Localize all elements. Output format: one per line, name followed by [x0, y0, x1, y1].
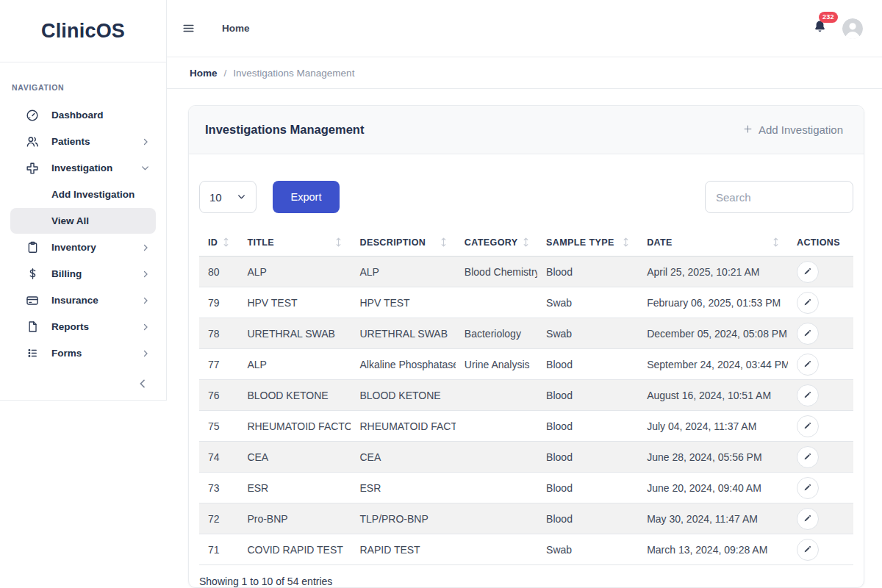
table-row: 72Pro-BNPTLP/PRO-BNPBloodMay 30, 2024, 1… [199, 503, 853, 534]
sidebar-item-insurance[interactable]: Insurance [10, 287, 156, 313]
app-root: ClinicOS NAVIGATION DashboardPatientsInv… [0, 0, 882, 588]
chevron-down-icon [140, 163, 150, 173]
topbar-right: 232 [812, 18, 863, 39]
page-size-select[interactable]: 10 [199, 181, 257, 213]
sidebar-item-add-investigation[interactable]: Add Investigation [10, 182, 156, 207]
edit-button[interactable] [797, 415, 819, 437]
add-investigation-label: Add Investigation [759, 123, 843, 136]
sidebar-item-dashboard[interactable]: Dashboard [10, 102, 156, 128]
cell-date: July 04, 2024, 11:37 AM [638, 411, 788, 442]
column-header-date[interactable]: DATE [638, 231, 788, 257]
edit-button[interactable] [797, 384, 819, 406]
table-row: 76BLOOD KETONEBLOOD KETONEBloodAugust 16… [199, 380, 853, 411]
chevron-right-icon [141, 137, 150, 146]
sidebar-item-label: Billing [51, 268, 141, 279]
app-logo: ClinicOS [41, 20, 125, 43]
entries-status: Showing 1 to 10 of 54 entries [199, 576, 853, 587]
table-row: 74CEACEABloodJune 28, 2024, 05:56 PM [199, 442, 853, 473]
cell-title: CEA [238, 442, 351, 473]
cell-category [456, 534, 537, 565]
edit-pencil-icon [803, 267, 812, 276]
patients-icon [25, 135, 40, 149]
sidebar-item-billing[interactable]: Billing [10, 261, 156, 287]
column-label: ID [208, 237, 218, 248]
table-body: 80ALPALPBlood ChemistryBloodApril 25, 20… [199, 257, 853, 565]
edit-pencil-icon [803, 545, 812, 554]
cell-date: May 30, 2024, 11:47 AM [638, 503, 788, 534]
cell-id: 72 [199, 503, 238, 534]
search-input[interactable] [705, 181, 853, 213]
chevron-right-icon [141, 270, 150, 279]
cell-date: February 06, 2025, 01:53 PM [638, 287, 788, 318]
investigations-table-wrap: IDTITLEDESCRIPTIONCATEGORYSAMPLE TYPEDAT… [199, 231, 853, 565]
column-header-title[interactable]: TITLE [238, 231, 351, 257]
cell-description: Alkaline Phosphatase [351, 349, 455, 380]
edit-button[interactable] [797, 539, 819, 561]
sort-icon [440, 237, 447, 248]
sidebar-item-patients[interactable]: Patients [10, 129, 156, 154]
cell-category [456, 411, 537, 442]
column-header-id[interactable]: ID [199, 231, 238, 257]
insurance-icon [25, 293, 40, 308]
add-investigation-button[interactable]: Add Investigation [738, 123, 847, 137]
column-header-sample_type[interactable]: SAMPLE TYPE [537, 231, 638, 257]
edit-button[interactable] [797, 292, 819, 314]
cell-sample_type: Swab [537, 534, 638, 565]
topbar-home-link[interactable]: Home [222, 23, 250, 34]
column-header-description[interactable]: DESCRIPTION [351, 231, 455, 257]
edit-button[interactable] [797, 477, 819, 499]
sidebar-item-label: Investigation [51, 162, 140, 173]
cell-date: August 16, 2024, 10:51 AM [638, 380, 788, 411]
cell-id: 78 [199, 318, 238, 349]
column-label: TITLE [247, 237, 274, 248]
edit-button[interactable] [797, 261, 819, 283]
cell-actions [788, 380, 853, 411]
cell-category [456, 503, 537, 534]
card-body: 10 Export IDTITLEDESCRIPTIONCATEG [189, 181, 864, 587]
reports-icon [25, 320, 40, 334]
cell-sample_type: Blood [537, 442, 638, 473]
chevron-left-collapse-icon[interactable] [137, 378, 148, 392]
chevron-right-icon [141, 323, 150, 331]
cell-date: April 25, 2025, 10:21 AM [638, 257, 788, 287]
cell-date: September 24, 2024, 03:44 PM [638, 349, 788, 380]
column-header-category[interactable]: CATEGORY [456, 231, 537, 257]
sort-icon [523, 237, 529, 248]
cell-actions [788, 411, 853, 442]
notifications-button[interactable]: 232 [812, 19, 828, 37]
user-avatar[interactable] [842, 18, 863, 39]
edit-button[interactable] [797, 354, 819, 376]
sidebar-item-investigation[interactable]: Investigation [10, 155, 156, 181]
cell-actions [788, 318, 853, 349]
column-label: ACTIONS [797, 237, 840, 248]
cell-title: ALP [238, 257, 351, 287]
cell-actions [788, 442, 853, 473]
hamburger-menu-icon[interactable] [182, 21, 196, 35]
sidebar: ClinicOS NAVIGATION DashboardPatientsInv… [0, 0, 167, 401]
table-row: 71COVID RAPID TESTRAPID TESTSwabMarch 13… [199, 534, 853, 565]
billing-icon [25, 267, 40, 282]
edit-button[interactable] [797, 508, 819, 530]
table-row: 79HPV TESTHPV TESTSwabFebruary 06, 2025,… [199, 287, 853, 318]
edit-button[interactable] [797, 446, 819, 468]
export-button[interactable]: Export [273, 181, 340, 213]
edit-pencil-icon [803, 514, 812, 523]
page-title: Investigations Management [205, 123, 364, 137]
edit-pencil-icon [803, 421, 812, 431]
sidebar-collapse-row [0, 366, 166, 392]
cell-sample_type: Blood [537, 411, 638, 442]
cell-description: CEA [351, 442, 455, 473]
chevron-right-icon [141, 349, 150, 358]
sidebar-item-view-all[interactable]: View All [10, 208, 156, 234]
inventory-icon [25, 240, 40, 255]
breadcrumb-current-page: Investigations Management [233, 68, 354, 79]
sidebar-item-forms[interactable]: Forms [10, 340, 156, 366]
sidebar-item-inventory[interactable]: Inventory [10, 234, 156, 260]
table-controls: 10 Export [199, 181, 853, 213]
breadcrumb-home-link[interactable]: Home [190, 68, 218, 79]
edit-button[interactable] [797, 323, 819, 345]
content-area: Investigations Management Add Investigat… [167, 89, 882, 588]
cell-actions [788, 473, 853, 503]
cell-id: 80 [199, 257, 238, 287]
sidebar-item-reports[interactable]: Reports [10, 314, 156, 340]
